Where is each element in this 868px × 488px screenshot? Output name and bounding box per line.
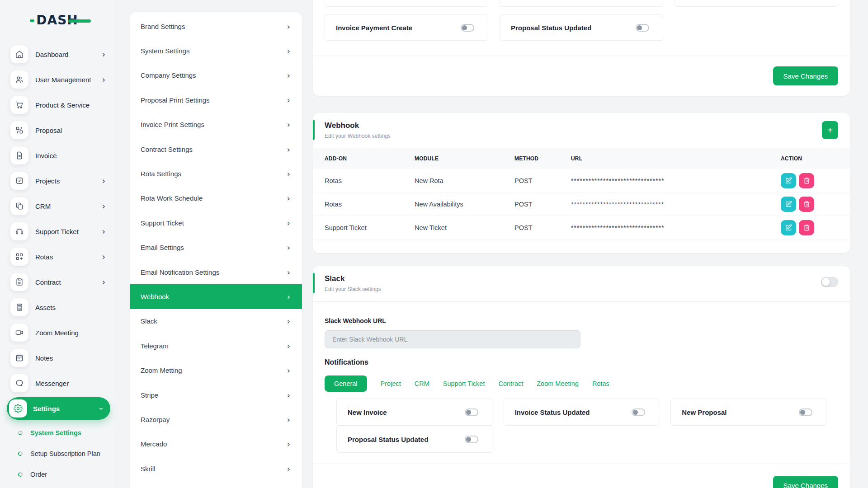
- sidebar-item-settings[interactable]: Settings ›: [7, 397, 110, 420]
- settings-menu-item[interactable]: Rota Settings ›: [130, 161, 302, 186]
- settings-menu-item[interactable]: Zoom Metting ›: [130, 358, 302, 382]
- partial-toggle-card: [325, 0, 488, 7]
- home-icon: [10, 45, 28, 63]
- save-changes-button[interactable]: Save Changes: [773, 66, 838, 85]
- sidebar-item[interactable]: Projects ›: [0, 168, 114, 193]
- settings-submenu: System Settings Setup Subscription Plan …: [0, 422, 114, 485]
- sidebar-item[interactable]: CRM ›: [0, 193, 114, 219]
- toggle-switch[interactable]: [461, 24, 474, 32]
- sidebar-item[interactable]: Assets ›: [0, 295, 114, 320]
- delete-button[interactable]: [799, 197, 814, 212]
- sidebar-item[interactable]: Rotas ›: [0, 244, 114, 269]
- notification-tab[interactable]: Rotas: [592, 380, 609, 387]
- webhook-subtitle: Edit your Webhook settings: [325, 133, 391, 139]
- notification-tab[interactable]: CRM: [415, 380, 429, 387]
- edit-button[interactable]: [781, 220, 796, 235]
- settings-menu-item[interactable]: Email Settings ›: [130, 235, 302, 260]
- settings-menu-item-label: Razorpay: [141, 416, 170, 423]
- toggle-switch[interactable]: [799, 408, 812, 416]
- settings-menu-item[interactable]: Stripe ›: [130, 383, 302, 407]
- notification-tab[interactable]: General: [325, 375, 367, 392]
- assets-icon: [10, 298, 28, 316]
- webhook-table-row: Support Ticket New Ticket POST *********…: [313, 216, 850, 239]
- sidebar-item[interactable]: Zoom Meeting ›: [0, 320, 114, 345]
- slack-card-header: Slack Edit your Slack settings: [313, 266, 850, 302]
- webhook-card: Webhook Edit your Webhook settings + ADD…: [313, 113, 850, 253]
- notification-tab[interactable]: Contract: [498, 380, 523, 387]
- settings-submenu-item[interactable]: Setup Subscription Plan: [0, 443, 114, 464]
- table-header-cell: ACTION: [781, 155, 838, 162]
- settings-menu-item[interactable]: Webhook ›: [130, 284, 302, 309]
- sidebar-item[interactable]: User Management ›: [0, 67, 114, 92]
- sidebar-item[interactable]: Contract ›: [0, 269, 114, 295]
- delete-button[interactable]: [799, 173, 814, 188]
- sidebar-item[interactable]: Product & Service ›: [0, 92, 114, 117]
- settings-menu-item-label: Invoice Print Settings: [141, 121, 204, 128]
- notification-tab[interactable]: Zoom Meeting: [537, 380, 579, 387]
- table-header-cell: URL: [571, 155, 781, 162]
- webhook-title: Webhook: [325, 121, 391, 130]
- toggle-card-label: Proposal Status Updated: [348, 436, 428, 443]
- settings-menu-item[interactable]: Rota Work Schedule ›: [130, 186, 302, 211]
- settings-menu-item[interactable]: Contract Settings ›: [130, 137, 302, 161]
- settings-menu-item[interactable]: Brand Settings ›: [130, 14, 302, 38]
- slack-enable-toggle[interactable]: [821, 277, 838, 287]
- chevron-right-icon: ›: [287, 243, 290, 252]
- settings-menu-item[interactable]: Support Ticket ›: [130, 211, 302, 235]
- slack-subtitle: Edit your Slack settings: [325, 286, 381, 292]
- chevron-right-icon: ›: [287, 415, 290, 424]
- settings-menu-item-label: Telegram: [141, 342, 169, 350]
- notification-tab[interactable]: Project: [381, 380, 401, 387]
- cell-actions: [781, 220, 838, 235]
- sidebar-item[interactable]: Support Ticket ›: [0, 219, 114, 244]
- notification-tab[interactable]: Support Ticket: [443, 380, 485, 387]
- chevron-right-icon: ›: [287, 390, 290, 400]
- sidebar-item[interactable]: Notes ›: [0, 345, 114, 371]
- app-logo[interactable]: DASH: [0, 8, 114, 32]
- toggle-switch[interactable]: [465, 408, 478, 416]
- edit-button[interactable]: [781, 197, 796, 212]
- sidebar-item-label: Notes: [35, 354, 102, 362]
- chevron-right-icon: ›: [287, 169, 290, 178]
- rotas-icon: [10, 248, 28, 266]
- sidebar-item[interactable]: Proposal ›: [0, 117, 114, 143]
- notification-toggle-card: Proposal Status Updated: [500, 14, 663, 41]
- chevron-right-icon: ›: [102, 253, 105, 261]
- settings-menu-item-label: Email Notification Settings: [141, 268, 219, 276]
- toggle-switch[interactable]: [636, 24, 649, 32]
- edit-icon: [785, 224, 792, 231]
- toggle-switch[interactable]: [632, 408, 645, 416]
- sidebar-item[interactable]: Invoice ›: [0, 143, 114, 168]
- edit-button[interactable]: [781, 173, 796, 188]
- settings-menu-item[interactable]: Invoice Print Settings ›: [130, 113, 302, 137]
- slack-toggle-grid: New Invoice Invoice Status Updated New P…: [325, 399, 838, 453]
- settings-submenu-item[interactable]: System Settings: [0, 422, 114, 443]
- cell-module: New Rota: [415, 177, 514, 184]
- settings-menu-item[interactable]: Telegram ›: [130, 333, 302, 358]
- settings-menu-item[interactable]: System Settings ›: [130, 38, 302, 63]
- toggle-knob: [633, 410, 638, 415]
- settings-submenu-item[interactable]: Order: [0, 464, 114, 485]
- settings-menu-item[interactable]: Company Settings ›: [130, 63, 302, 88]
- messenger-icon: [10, 374, 28, 392]
- settings-menu-item[interactable]: Skrill ›: [130, 456, 302, 481]
- toggle-switch[interactable]: [465, 436, 478, 443]
- settings-menu-item[interactable]: Mercado ›: [130, 432, 302, 456]
- submenu-item-label: Order: [30, 471, 47, 478]
- sidebar-item[interactable]: Dashboard ›: [0, 42, 114, 67]
- save-changes-button[interactable]: Save Changes: [773, 476, 838, 488]
- cell-actions: [781, 197, 838, 212]
- slack-webhook-url-input[interactable]: [325, 330, 580, 348]
- settings-menu-item[interactable]: Slack ›: [130, 309, 302, 333]
- delete-button[interactable]: [799, 220, 814, 235]
- chevron-right-icon: ›: [287, 267, 290, 277]
- settings-menu-item[interactable]: Email Notification Settings ›: [130, 260, 302, 284]
- chevron-right-icon: ›: [102, 278, 105, 286]
- sidebar-item[interactable]: Messenger ›: [0, 371, 114, 396]
- trash-icon: [803, 177, 810, 184]
- settings-menu-item[interactable]: Proposal Print Settings ›: [130, 88, 302, 112]
- sidebar-item-label: CRM: [35, 202, 102, 210]
- settings-menu-item[interactable]: Razorpay ›: [130, 407, 302, 432]
- add-webhook-button[interactable]: +: [822, 121, 838, 139]
- chevron-right-icon: ›: [102, 75, 105, 84]
